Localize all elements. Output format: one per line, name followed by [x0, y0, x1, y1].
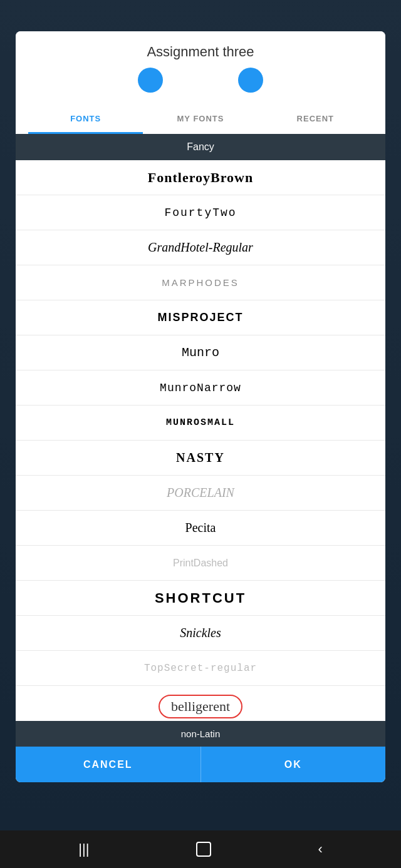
font-name: PrintDashed	[173, 558, 228, 569]
font-name: TopSecret-regular	[144, 663, 257, 674]
list-item[interactable]: FourtyTwo	[16, 195, 385, 230]
font-name: FontleroyBrown	[148, 170, 253, 186]
nav-bar: ||| ‹	[0, 830, 401, 868]
text-preview: Assignment three	[147, 44, 254, 60]
cancel-button[interactable]: CANCEL	[16, 747, 201, 782]
list-item[interactable]: FontleroyBrown	[16, 160, 385, 195]
list-item[interactable]: PrintDashed	[16, 546, 385, 581]
nav-back-button[interactable]: ‹	[318, 841, 322, 857]
tabs-container: FONTS MY FONTS RECENT	[28, 105, 373, 134]
font-name-belligerent: belligerent	[159, 695, 242, 718]
ok-button[interactable]: OK	[201, 747, 386, 782]
tab-fonts[interactable]: FONTS	[28, 105, 143, 134]
font-name: NASTY	[176, 451, 225, 465]
font-name: SHORTCUT	[155, 590, 246, 606]
modal-header: Assignment three FONTS MY FONTS RECENT	[16, 31, 385, 134]
nav-home-button[interactable]	[196, 842, 211, 857]
font-name: GrandHotel-Regular	[148, 240, 253, 255]
list-item-belligerent[interactable]: belligerent	[16, 686, 385, 721]
list-item[interactable]: MISPROJECT	[16, 300, 385, 335]
handle-right[interactable]	[238, 68, 263, 93]
font-name: PORCELAIN	[167, 486, 234, 500]
font-name: MISPROJECT	[157, 311, 243, 324]
modal-footer: CANCEL OK	[16, 747, 385, 782]
non-latin-banner: non-Latin	[16, 721, 385, 747]
tab-my-fonts[interactable]: MY FONTS	[143, 105, 258, 134]
font-name: MUNROSMALL	[166, 417, 235, 428]
font-name: Snickles	[180, 626, 221, 640]
handle-left[interactable]	[138, 68, 163, 93]
font-picker-modal: Assignment three FONTS MY FONTS RECENT F…	[16, 31, 385, 782]
list-item[interactable]: MUNROSMALL	[16, 406, 385, 441]
list-item[interactable]: MARPHODES	[16, 265, 385, 300]
list-item[interactable]: TopSecret-regular	[16, 651, 385, 686]
font-list: FontleroyBrown FourtyTwo GrandHotel-Regu…	[16, 160, 385, 721]
font-name: MunroNarrow	[160, 382, 241, 394]
text-handles	[138, 68, 263, 93]
list-item[interactable]: NASTY	[16, 441, 385, 476]
tab-recent[interactable]: RECENT	[258, 105, 373, 134]
font-name: FourtyTwo	[164, 207, 236, 219]
font-name: Munro	[182, 345, 219, 360]
list-item[interactable]: Munro	[16, 335, 385, 370]
list-item[interactable]: Pecita	[16, 511, 385, 546]
list-item[interactable]: GrandHotel-Regular	[16, 230, 385, 265]
font-name: MARPHODES	[162, 277, 239, 288]
font-name: Pecita	[185, 521, 216, 535]
list-item[interactable]: Snickles	[16, 616, 385, 651]
list-item[interactable]: PORCELAIN	[16, 476, 385, 511]
list-item[interactable]: SHORTCUT	[16, 581, 385, 616]
section-header: Fancy	[16, 134, 385, 160]
nav-recent-apps-button[interactable]: |||	[78, 841, 89, 857]
modal-overlay: Assignment three FONTS MY FONTS RECENT F…	[0, 0, 401, 868]
list-item[interactable]: MunroNarrow	[16, 370, 385, 406]
